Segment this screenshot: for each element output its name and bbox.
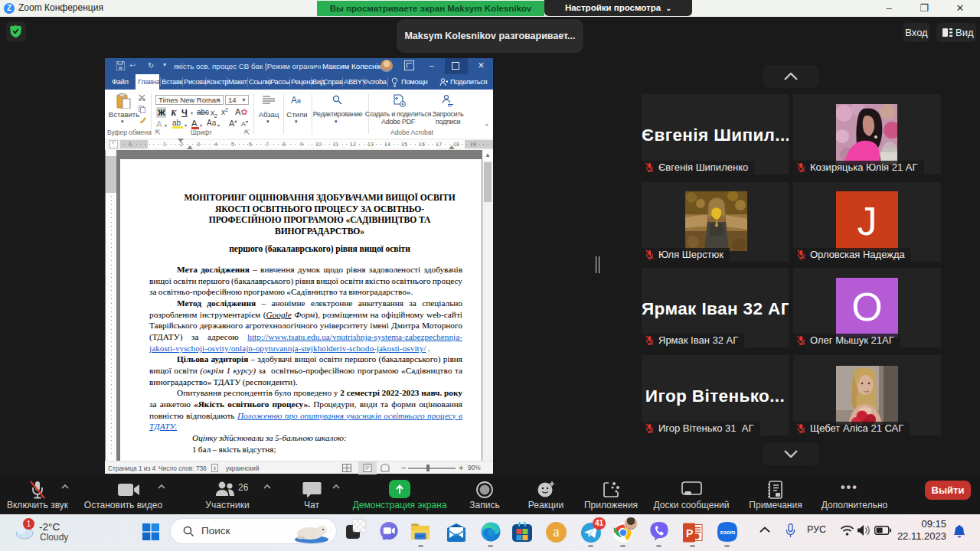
svg-text:zoom: zoom (720, 529, 735, 536)
svg-text:P: P (686, 527, 693, 540)
